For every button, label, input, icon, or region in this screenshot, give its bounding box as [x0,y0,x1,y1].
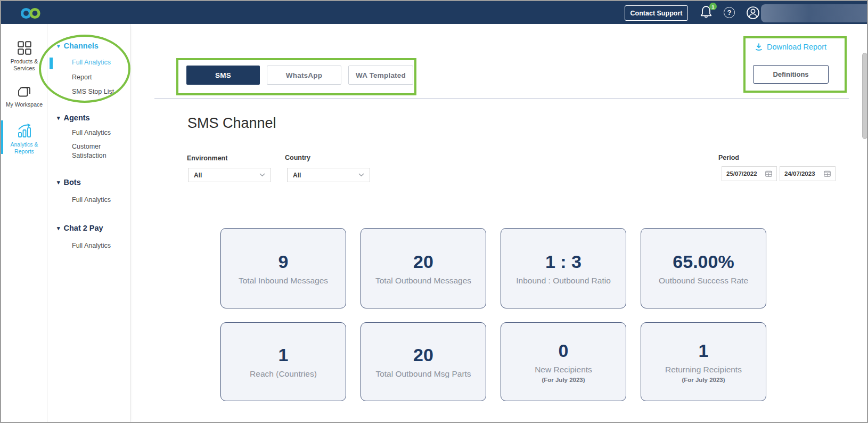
nav-rail-active-indicator [1,120,3,154]
period-end-date-value: 24/07/2023 [784,170,815,177]
nav-rail: Products & Services My Workspace Analyti… [1,24,47,423]
stat-card-total-outbound-msg-parts: 20 Total Outbound Msg Parts [361,322,486,401]
tab-whatsapp[interactable]: WhatsApp [267,66,341,85]
chevron-down-icon: ▾ [57,179,60,186]
nav-rail-label: My Workspace [4,101,45,108]
sidebar-section-agents[interactable]: ▾ Agents [57,113,90,122]
stat-label: Reach (Countries) [250,369,317,379]
notification-badge: 1 [709,3,717,10]
sidebar-section-label: Chat 2 Pay [64,224,103,232]
nav-rail-item-analytics-reports[interactable]: Analytics & Reports [1,123,47,155]
sidebar-active-indicator [50,58,53,69]
nav-rail-label: Analytics & Reports [4,141,45,155]
stat-card-inbound-outbound-ratio: 1 : 3 Inbound : Outbound Ratio [501,228,626,308]
stat-card-reach-countries: 1 Reach (Countries) [220,322,346,401]
profile-button[interactable] [746,6,760,20]
stat-card-total-outbound-messages: 20 Total Outbound Messages [361,228,486,308]
stat-value: 20 [413,345,433,365]
environment-label: Environment [187,154,227,162]
country-label: Country [285,154,310,161]
stat-value: 20 [413,251,433,272]
period-end-date-input[interactable]: 24/07/2023 [780,166,836,181]
chevron-down-icon [259,173,265,177]
top-bar: Contact Support 1 ? [1,1,867,24]
vertical-scrollbar-thumb[interactable] [862,53,867,139]
nav-rail-item-products-services[interactable]: Products & Services [1,41,47,72]
help-icon: ? [727,9,732,17]
stat-value: 0 [559,340,569,361]
page-title: SMS Channel [187,115,276,132]
download-report-link[interactable]: Download Report [755,43,826,51]
stat-value: 1 [279,345,289,365]
calendar-icon [765,170,772,177]
stat-sublabel: (For July 2023) [682,377,725,383]
stat-value: 9 [279,251,289,272]
stat-label: New Recipients [535,365,592,375]
sidebar-item-chat-2-pay-full-analytics[interactable]: Full Analytics [72,241,123,250]
stat-label: Outbound Success Rate [659,276,748,286]
stat-label: Inbound : Outbound Ratio [516,276,611,286]
chevron-down-icon: ▾ [57,115,60,121]
app-window: Contact Support 1 ? [0,0,868,423]
notifications-button[interactable]: 1 [699,4,716,21]
definitions-button[interactable]: Definitions [753,65,829,84]
sidebar-section-channels[interactable]: ▾ Channels [57,42,99,50]
country-select[interactable]: All [287,168,370,182]
user-avatar-icon [746,6,760,20]
help-button[interactable]: ? [724,7,735,18]
stat-value: 1 : 3 [545,251,582,272]
sidebar-item-bots-full-analytics[interactable]: Full Analytics [72,196,123,205]
sidebar-section-bots[interactable]: ▾ Bots [57,178,81,186]
sidebar-item-agents-customer-satisfaction[interactable]: Customer Satisfaction [72,142,123,160]
tab-wa-templated[interactable]: WA Templated [348,66,413,85]
environment-select[interactable]: All [188,168,271,182]
stat-label: Total Outbound Msg Parts [375,369,471,379]
calendar-icon [824,170,831,177]
country-value: All [293,172,301,179]
sidebar-item-channels-report[interactable]: Report [72,73,123,82]
chevron-down-icon [358,173,364,177]
stat-label: Total Inbound Messages [239,276,328,286]
grid-icon [18,41,31,55]
stat-value: 65.00% [673,251,734,272]
analytics-icon [17,123,32,138]
sidebar-item-channels-sms-stop-list[interactable]: SMS Stop List [72,87,123,96]
tab-sms[interactable]: SMS [186,66,260,85]
environment-value: All [194,172,202,179]
workspace-icon [17,84,31,98]
stat-card-outbound-success-rate: 65.00% Outbound Success Rate [641,228,766,308]
stat-value: 1 [699,340,709,361]
stat-label: Total Outbound Messages [375,276,471,286]
stat-card-returning-recipients: 1 Returning Recipients (For July 2023) [641,322,766,401]
sidebar-item-channels-full-analytics[interactable]: Full Analytics [72,58,123,67]
chevron-down-icon: ▾ [57,43,60,50]
stat-card-total-inbound-messages: 9 Total Inbound Messages [220,228,346,308]
nav-rail-item-my-workspace[interactable]: My Workspace [1,84,47,108]
contact-support-button[interactable]: Contact Support [625,5,688,21]
tabs-divider [154,98,849,99]
period-start-date-input[interactable]: 25/07/2022 [722,166,777,181]
nav-rail-label: Products & Services [4,58,45,72]
sidebar-section-label: Channels [64,42,99,50]
sidebar-section-label: Bots [64,178,81,186]
sidebar-section-chat-2-pay[interactable]: ▾ Chat 2 Pay [57,224,103,232]
stat-label: Returning Recipients [665,365,742,375]
download-icon [755,43,763,51]
brand-logo-icon [20,7,42,19]
stat-sublabel: (For July 2023) [542,377,585,383]
period-label: Period [718,154,739,161]
sidebar-section-label: Agents [64,113,90,122]
period-start-date-value: 25/07/2022 [726,170,757,177]
sidebar: ▾ Channels Full Analytics Report SMS Sto… [47,24,130,423]
sidebar-item-agents-full-analytics[interactable]: Full Analytics [72,128,123,137]
redacted-user-info [761,4,868,22]
chevron-down-icon: ▾ [57,225,60,232]
stat-card-new-recipients: 0 New Recipients (For July 2023) [501,322,626,401]
download-report-label: Download Report [767,43,826,51]
